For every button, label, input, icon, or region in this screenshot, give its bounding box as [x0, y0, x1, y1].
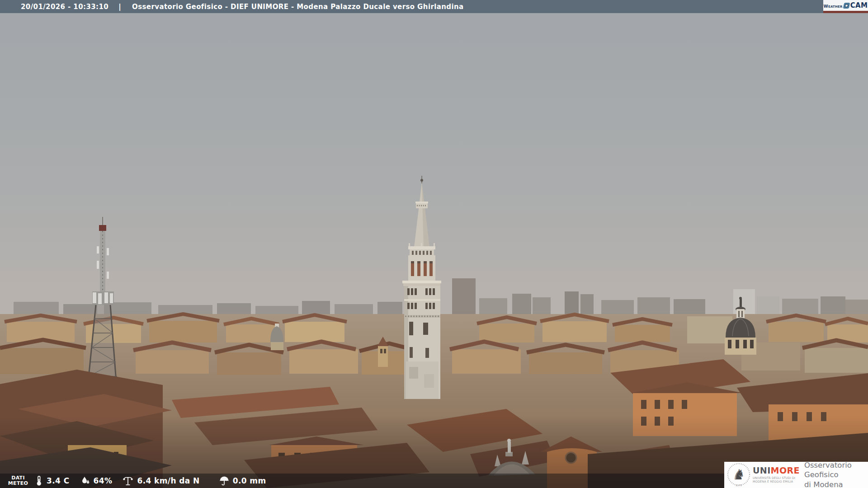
unimore-brand-uni: UNI	[753, 465, 771, 475]
wind-anemometer-icon	[122, 475, 134, 486]
humidity-value: 64%	[94, 476, 113, 485]
weathercam-logo: Weather CAM	[823, 0, 868, 13]
meteo-bar-label: DATI METEO	[5, 475, 31, 486]
humidity-metric: 64%	[80, 475, 113, 486]
wind-metric: 6.4 km/h da N	[122, 475, 199, 486]
camera-lens-icon	[843, 3, 850, 9]
separator: |	[118, 3, 121, 11]
svg-text:♞: ♞	[732, 466, 745, 483]
webcam-photo	[0, 0, 868, 488]
webcam-page: 20/01/2026 - 10:33:10 | Osservatorio Geo…	[0, 0, 868, 488]
weathercam-word1: Weather	[824, 2, 843, 9]
unimore-subtitle-2: MODENA E REGGIO EMILIA	[753, 480, 800, 483]
temperature-metric: 3.4 C	[34, 475, 70, 486]
observatory-name: Osservatorio Geofisico di Modena	[804, 460, 868, 488]
unimore-brand-more: MORE	[771, 465, 800, 475]
unimore-badge: ♞ 1175 UNIMORE UNIVERSITÀ DEGLI STUDI DI…	[724, 462, 868, 488]
rain-metric: 0.0 mm	[219, 475, 266, 486]
thermometer-icon	[34, 475, 43, 486]
weathercam-word2: CAM	[850, 1, 868, 9]
wind-value: 6.4 km/h da N	[137, 476, 199, 485]
page-title: Osservatorio Geofisico - DIEF UNIMORE - …	[132, 3, 464, 11]
rain-umbrella-icon	[219, 475, 230, 486]
unimore-knight-seal-icon: ♞ 1175	[726, 462, 751, 488]
unimore-wordmark: UNIMORE UNIVERSITÀ DEGLI STUDI DI MODENA…	[753, 466, 800, 483]
title-bar: 20/01/2026 - 10:33:10 | Osservatorio Geo…	[0, 0, 868, 13]
unimore-subtitle-1: UNIVERSITÀ DEGLI STUDI DI	[753, 476, 800, 480]
datetime-label: 20/01/2026 - 10:33:10	[21, 3, 108, 11]
precipitation-value: 0.0 mm	[233, 476, 266, 485]
humidity-icon	[80, 475, 90, 486]
temperature-value: 3.4 C	[47, 476, 70, 485]
svg-text:1175: 1175	[736, 484, 742, 487]
weathercam-underline	[823, 11, 868, 13]
